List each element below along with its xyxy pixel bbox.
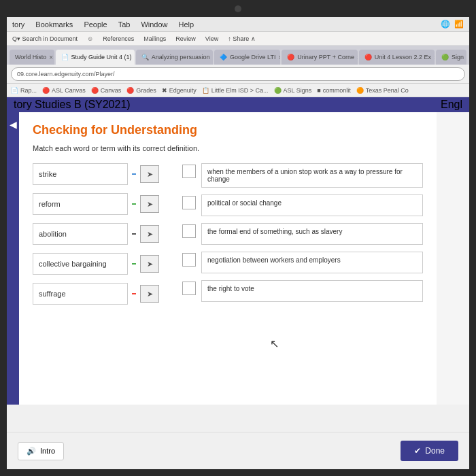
bookmark-icon: ✖ bbox=[162, 87, 167, 94]
tab-urinary[interactable]: 🔴 Urinary PPT + Corne × bbox=[282, 50, 358, 65]
laptop-frame: tory Bookmarks People Tab Window Help 🌐 … bbox=[0, 0, 476, 476]
bookmark-edgenuity[interactable]: ✖ Edgenuity bbox=[162, 87, 197, 94]
bookmark-icon: 🔴 bbox=[126, 87, 134, 94]
tab-icon: 🔴 bbox=[364, 54, 372, 61]
tab-sign[interactable]: 🟢 Sign bbox=[436, 50, 466, 65]
def-text-3: the formal end of something, such as sla… bbox=[207, 228, 342, 235]
intro-button[interactable]: 🔊 Intro bbox=[18, 442, 64, 460]
tab-close-icon[interactable]: × bbox=[278, 54, 280, 61]
word-share[interactable]: ↑ Share ∧ bbox=[228, 35, 256, 42]
term-row-strike: strike ➤ bbox=[33, 163, 169, 185]
browser-tabs-bar: World Histo × 📄 Study Guide Unit 4 (1) ×… bbox=[7, 46, 469, 65]
def-checkbox-5[interactable] bbox=[182, 282, 196, 295]
tab-label: Analyzing persuasion bbox=[152, 54, 210, 61]
connector-strike bbox=[132, 173, 136, 175]
done-label: Done bbox=[425, 446, 445, 456]
term-label-reform: reform bbox=[39, 200, 61, 208]
screen: tory Bookmarks People Tab Window Help 🌐 … bbox=[7, 17, 469, 469]
term-box-reform: reform bbox=[33, 193, 128, 215]
app-header-left: tory Studies B (SY2021) bbox=[14, 99, 131, 111]
bookmark-asl-canvas[interactable]: 🔴 ASL Canvas bbox=[42, 87, 86, 94]
def-checkbox-2[interactable] bbox=[182, 196, 196, 209]
main-area: ◀ Checking for Understanding Match each … bbox=[7, 112, 469, 405]
def-text-2: political or social change bbox=[207, 199, 282, 207]
arrow-btn-collective[interactable]: ➤ bbox=[140, 255, 159, 273]
bookmark-grades[interactable]: 🔴 Grades bbox=[126, 87, 156, 94]
address-bar-row: 09.core.learn.edgenuity.com/Player/ bbox=[7, 65, 469, 84]
speaker-icon: 🔊 bbox=[27, 447, 36, 456]
arrow-btn-strike[interactable]: ➤ bbox=[140, 165, 159, 183]
tab-close-icon[interactable]: × bbox=[49, 54, 53, 61]
bookmark-label: Grades bbox=[136, 87, 156, 94]
camera-notch bbox=[235, 5, 241, 12]
address-bar[interactable]: 09.core.learn.edgenuity.com/Player/ bbox=[11, 67, 465, 81]
bookmark-little-elm[interactable]: 📋 Little Elm ISD > Ca... bbox=[202, 87, 269, 94]
arrow-btn-suffrage[interactable]: ➤ bbox=[140, 285, 159, 303]
word-search: Q▾ Search in Document bbox=[12, 35, 78, 42]
bookmarks-bar: 📄 Rap... 🔴 ASL Canvas 🔴 Canvas 🔴 Grades … bbox=[7, 84, 469, 97]
connector-collective bbox=[132, 263, 136, 265]
tab-icon: 🔷 bbox=[220, 54, 227, 61]
tab-study-guide[interactable]: 📄 Study Guide Unit 4 (1) × bbox=[56, 50, 135, 65]
word-view[interactable]: View bbox=[205, 35, 218, 42]
bookmark-label: ASL Canvas bbox=[52, 87, 86, 94]
tab-close-icon[interactable]: × bbox=[357, 54, 358, 61]
tab-label: Sign bbox=[452, 54, 464, 61]
term-label-suffrage: suffrage bbox=[39, 290, 66, 298]
bookmark-rap[interactable]: 📄 Rap... bbox=[11, 87, 37, 94]
word-toolbar: Q▾ Search in Document ☺ References Maili… bbox=[7, 32, 469, 46]
def-text-1: when the members of a union stop work as… bbox=[207, 168, 403, 183]
def-text-5: the right to vote bbox=[207, 285, 254, 292]
tab-world-history[interactable]: World Histo × bbox=[10, 50, 54, 65]
matching-container: strike ➤ reform ➤ bbox=[33, 163, 423, 305]
tab-label: Unit 4 Lesson 2.2 Ex bbox=[375, 54, 431, 61]
def-checkbox-1[interactable] bbox=[182, 165, 196, 178]
url-text: 09.core.learn.edgenuity.com/Player/ bbox=[17, 71, 114, 78]
nav-arrow-icon[interactable]: ◀ bbox=[10, 119, 17, 130]
def-box-2: political or social change bbox=[201, 194, 423, 216]
bookmark-icon: ■ bbox=[317, 87, 320, 94]
word-mailings[interactable]: Mailings bbox=[143, 35, 166, 42]
tab-label: Urinary PPT + Corne bbox=[297, 54, 354, 61]
globe-icon: 🌐 bbox=[441, 20, 450, 29]
cursor-icon: ↖ bbox=[270, 337, 279, 350]
bookmark-label: Rap... bbox=[20, 87, 37, 94]
tab-close-icon[interactable]: × bbox=[434, 54, 435, 61]
arrow-btn-reform[interactable]: ➤ bbox=[140, 195, 159, 213]
done-button[interactable]: ✔ Done bbox=[401, 441, 458, 461]
arrow-btn-abolition[interactable]: ➤ bbox=[140, 225, 159, 243]
tab-unit4[interactable]: 🔴 Unit 4 Lesson 2.2 Ex × bbox=[359, 50, 435, 65]
app-header-right: Engl bbox=[441, 99, 462, 111]
menu-item-people[interactable]: People bbox=[84, 20, 107, 29]
tab-close-icon[interactable]: × bbox=[212, 54, 213, 61]
word-references[interactable]: References bbox=[103, 35, 134, 42]
page-title: Checking for Understanding bbox=[33, 123, 423, 137]
connector-suffrage bbox=[132, 293, 136, 294]
tab-icon: 📄 bbox=[61, 54, 69, 61]
word-review[interactable]: Review bbox=[175, 35, 196, 42]
menu-item-tab[interactable]: Tab bbox=[118, 20, 131, 29]
bookmark-label: Edgenuity bbox=[169, 87, 197, 94]
bookmark-asl-signs[interactable]: 🟢 ASL Signs bbox=[274, 87, 312, 94]
term-row-abolition: abolition ➤ bbox=[33, 223, 169, 245]
bookmark-icon: 🔴 bbox=[42, 87, 50, 94]
menu-item-history[interactable]: tory bbox=[12, 20, 24, 29]
menu-item-window[interactable]: Window bbox=[141, 20, 167, 29]
term-box-abolition: abolition bbox=[33, 223, 128, 245]
bookmark-canvas[interactable]: 🔴 Canvas bbox=[91, 87, 122, 94]
intro-label: Intro bbox=[40, 447, 55, 455]
menu-item-bookmarks[interactable]: Bookmarks bbox=[35, 20, 73, 29]
bookmark-texas-penal[interactable]: 🟠 Texas Penal Co bbox=[356, 87, 409, 94]
term-label-abolition: abolition bbox=[39, 230, 67, 238]
tab-analyzing[interactable]: 🔍 Analyzing persuasion × bbox=[136, 50, 213, 65]
tab-label: World Histo bbox=[15, 54, 46, 61]
tab-google-drive[interactable]: 🔷 Google Drive LTI × bbox=[214, 50, 280, 65]
def-row-2: political or social change bbox=[182, 194, 423, 216]
tab-icon: 🟢 bbox=[441, 54, 449, 61]
term-label-strike: strike bbox=[39, 170, 56, 178]
bookmark-commonlit[interactable]: ■ commonlit bbox=[317, 87, 350, 94]
def-checkbox-4[interactable] bbox=[182, 253, 196, 267]
menu-item-help[interactable]: Help bbox=[179, 20, 194, 29]
def-row-1: when the members of a union stop work as… bbox=[182, 163, 423, 188]
def-checkbox-3[interactable] bbox=[182, 224, 196, 238]
